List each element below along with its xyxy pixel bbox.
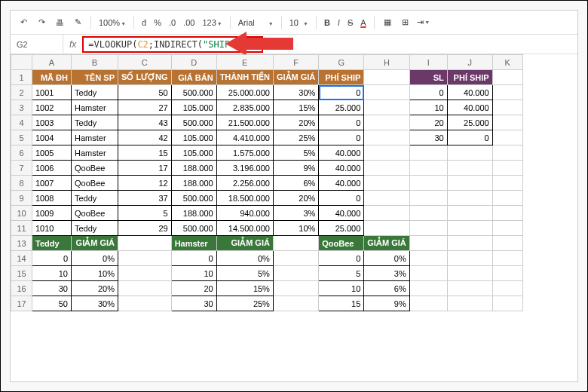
number-format-select[interactable]: 123▼ — [201, 18, 223, 27]
cell[interactable]: 0 — [319, 251, 364, 266]
cell[interactable]: 188.000 — [171, 176, 216, 191]
cell[interactable]: 30% — [72, 296, 118, 311]
cell[interactable]: QooBee — [319, 236, 364, 251]
cell[interactable]: 25% — [273, 130, 318, 145]
cell[interactable]: 2.256.000 — [216, 176, 273, 191]
cell[interactable]: 30 — [171, 296, 216, 311]
cell[interactable]: 0% — [216, 251, 273, 266]
row-header[interactable]: 1 — [11, 70, 32, 85]
cell[interactable]: 37 — [118, 191, 172, 206]
cell[interactable]: 9% — [364, 296, 409, 311]
cell[interactable]: 12 — [118, 176, 172, 191]
cell[interactable]: Hamster — [72, 145, 118, 161]
paint-format-button[interactable]: ✎ — [71, 16, 84, 29]
cell[interactable]: PHÍ SHIP — [319, 70, 364, 85]
borders-button[interactable]: ⊞ — [399, 16, 412, 29]
cell[interactable]: 20 — [171, 281, 216, 296]
cell[interactable]: 0 — [319, 115, 364, 130]
formula-input[interactable]: =VLOOKUP(C2;INDIRECT("SHIP");2) — [82, 36, 577, 53]
cell[interactable]: 21.500.000 — [216, 115, 273, 130]
cell[interactable]: 1002 — [32, 100, 72, 115]
cell[interactable]: 0% — [72, 251, 118, 266]
cell[interactable]: 1.575.000 — [216, 145, 273, 161]
cell[interactable]: 0% — [364, 251, 409, 266]
cell[interactable]: THÀNH TIỀN — [216, 70, 273, 85]
cell[interactable]: 10 — [409, 100, 447, 115]
cell[interactable]: GIÁ BÁN — [171, 70, 216, 85]
cell[interactable]: 20% — [273, 191, 318, 206]
cell[interactable]: 0 — [447, 130, 492, 145]
cell[interactable]: Teddy — [72, 221, 118, 236]
cell[interactable]: 1007 — [32, 176, 72, 191]
cell[interactable]: GIẢM GIÁ — [364, 236, 409, 251]
row-header[interactable]: 9 — [11, 191, 32, 206]
cell[interactable]: 5% — [273, 145, 318, 161]
cell[interactable]: Teddy — [72, 115, 118, 130]
cell[interactable]: QooBee — [72, 161, 118, 176]
cell[interactable]: 10 — [319, 281, 364, 296]
col-header[interactable]: J — [447, 55, 492, 70]
col-header[interactable]: D — [171, 55, 216, 70]
cell[interactable]: 27 — [118, 100, 172, 115]
cell[interactable]: 25.000.000 — [216, 85, 273, 100]
cell[interactable]: 0 — [319, 130, 364, 145]
decrease-decimal-button[interactable]: .0 — [167, 18, 177, 27]
cell[interactable]: 15% — [273, 100, 318, 115]
text-color-button[interactable]: A — [359, 18, 367, 27]
cell[interactable]: 50 — [32, 296, 72, 311]
cell[interactable]: GIẢM GIÁ — [72, 236, 118, 251]
cell[interactable]: 15% — [216, 281, 273, 296]
cell[interactable]: 40.000 — [319, 176, 364, 191]
cell[interactable]: 50 — [118, 85, 172, 100]
cell[interactable]: Teddy — [72, 191, 118, 206]
row-header[interactable]: 8 — [11, 176, 32, 191]
row-header[interactable]: 10 — [11, 206, 32, 221]
row-header[interactable]: 11 — [11, 221, 32, 236]
cell[interactable]: 25.000 — [319, 100, 364, 115]
cell[interactable]: 5 — [319, 266, 364, 281]
cell[interactable]: GIẢM GIÁ — [273, 70, 318, 85]
cell[interactable]: TÊN SP — [72, 70, 118, 85]
font-size-select[interactable]: 10▼ — [288, 18, 310, 27]
cell[interactable]: 0 — [319, 191, 364, 206]
merge-button[interactable]: ⇥▼ — [417, 16, 430, 29]
italic-button[interactable]: I — [336, 18, 341, 27]
cell[interactable]: 20% — [273, 115, 318, 130]
cell[interactable]: QooBee — [72, 176, 118, 191]
row-header[interactable]: 6 — [11, 145, 32, 161]
cell[interactable]: 3% — [364, 266, 409, 281]
cell[interactable]: 105.000 — [171, 130, 216, 145]
cell[interactable]: 10% — [72, 266, 118, 281]
cell[interactable]: 105.000 — [171, 145, 216, 161]
cell[interactable]: 1006 — [32, 161, 72, 176]
cell[interactable]: 14.500.000 — [216, 221, 273, 236]
row-header[interactable]: 5 — [11, 130, 32, 145]
cell[interactable]: 1009 — [32, 206, 72, 221]
col-header[interactable]: H — [364, 55, 409, 70]
cell[interactable]: 25.000 — [447, 115, 492, 130]
cell[interactable]: Hamster — [72, 100, 118, 115]
row-header[interactable]: 13 — [11, 236, 32, 251]
cell[interactable]: 5 — [118, 206, 172, 221]
cell[interactable]: 6% — [364, 281, 409, 296]
cell[interactable]: 20 — [409, 115, 447, 130]
row-header[interactable]: 3 — [11, 100, 32, 115]
cell[interactable]: 15 — [118, 145, 172, 161]
strike-button[interactable]: S — [346, 18, 354, 27]
cell[interactable]: 500.000 — [171, 85, 216, 100]
cell[interactable]: 40.000 — [447, 100, 492, 115]
col-header[interactable] — [11, 55, 32, 70]
cell[interactable]: 1008 — [32, 191, 72, 206]
grid[interactable]: ABCDEFGHIJK1MÃ ĐHTÊN SPSỐ LƯỢNGGIÁ BÁNTH… — [11, 54, 577, 381]
name-box[interactable]: G2 — [11, 35, 63, 54]
cell[interactable]: 40.000 — [319, 145, 364, 161]
currency-button[interactable]: đ — [140, 18, 148, 27]
cell[interactable]: 500.000 — [171, 191, 216, 206]
cell[interactable]: 20% — [72, 281, 118, 296]
cell[interactable]: SỐ LƯỢNG — [118, 70, 172, 85]
cell[interactable]: 10 — [32, 266, 72, 281]
cell[interactable]: 17 — [118, 161, 172, 176]
col-header[interactable]: I — [409, 55, 447, 70]
cell[interactable]: SL — [409, 70, 447, 85]
cell[interactable]: 188.000 — [171, 206, 216, 221]
